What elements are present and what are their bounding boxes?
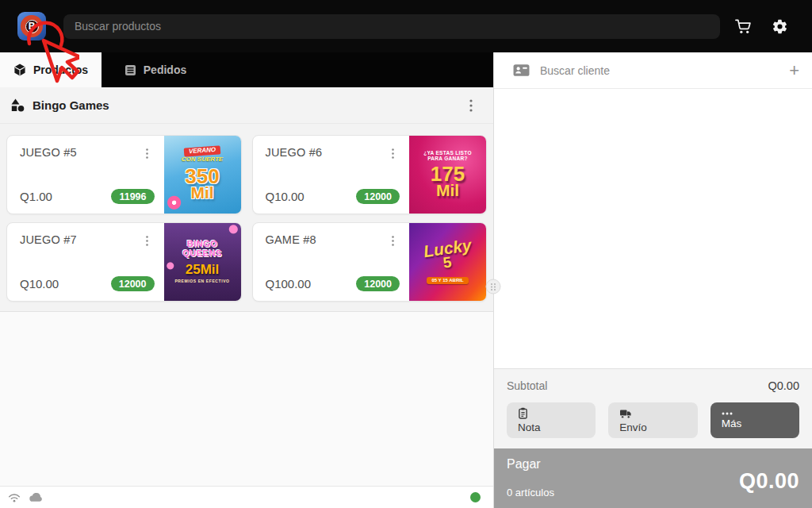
cart-actions: Nota Envío xyxy=(507,402,799,438)
product-card-body: JUEGO #7 Q10.00 12000 xyxy=(7,223,164,301)
products-panel: Productos Pedidos Bingo Games xyxy=(0,52,493,508)
subtotal-label: Subtotal xyxy=(507,379,547,392)
image-text: PREMIOS EN EFECTIVO xyxy=(174,279,229,283)
image-text: QUEENS xyxy=(182,249,221,259)
product-card[interactable]: JUEGO #6 Q10.00 12000 ¿YA ESTA xyxy=(252,135,488,214)
cart-button[interactable] xyxy=(730,13,756,40)
product-image: ¿YA ESTAS LISTO PARA GANAR? 175 Mil xyxy=(409,136,486,214)
kebab-menu-icon xyxy=(392,236,394,246)
tab-productos-label: Productos xyxy=(33,64,88,76)
product-price: Q100.00 xyxy=(266,277,312,291)
tab-pedidos[interactable]: Pedidos xyxy=(102,52,209,87)
shapes-icon xyxy=(11,98,25,112)
product-price: Q10.00 xyxy=(20,277,59,291)
product-search-bar[interactable] xyxy=(63,14,720,39)
grip-dots-icon xyxy=(491,283,496,291)
more-label: Más xyxy=(722,418,742,429)
customer-search-label: Buscar cliente xyxy=(540,64,610,77)
product-search-input[interactable] xyxy=(75,20,709,33)
cart-empty-area xyxy=(494,89,812,368)
product-grid: JUEGO #5 Q1.00 11996 VERANO xyxy=(6,135,487,302)
cart-icon xyxy=(735,18,752,34)
tab-bar: Productos Pedidos xyxy=(0,52,493,87)
truck-icon xyxy=(619,408,632,419)
customer-search-row[interactable]: Buscar cliente + xyxy=(494,52,812,89)
product-name: GAME #8 xyxy=(266,233,316,246)
tab-productos[interactable]: Productos xyxy=(0,52,102,87)
wifi-icon xyxy=(8,492,21,502)
pay-button[interactable]: Pagar 0 artículos Q0.00 xyxy=(494,448,812,508)
product-grid-wrap: JUEGO #5 Q1.00 11996 VERANO xyxy=(0,124,493,312)
top-bar: B xyxy=(0,0,812,52)
kebab-menu-icon xyxy=(146,148,148,159)
stock-badge: 12000 xyxy=(111,276,155,291)
items-count: 0 artículos xyxy=(507,487,554,498)
image-text: ¿YA ESTAS LISTO xyxy=(423,150,471,156)
product-card[interactable]: JUEGO #7 Q10.00 12000 BINGO xyxy=(6,222,242,302)
product-menu-button[interactable] xyxy=(385,233,400,248)
kebab-menu-icon xyxy=(392,148,394,159)
product-card-body: GAME #8 Q100.00 12000 xyxy=(253,223,410,301)
pay-amount: Q0.00 xyxy=(739,469,799,494)
product-price: Q1.00 xyxy=(20,190,52,203)
image-text: 05 Y 15 ABRIL xyxy=(427,277,468,284)
add-customer-button[interactable]: + xyxy=(789,62,799,79)
note-clipboard-icon xyxy=(518,407,528,419)
product-name: JUEGO #7 xyxy=(20,233,77,246)
product-image: Lucky 5 05 Y 15 ABRIL xyxy=(409,223,486,301)
pos-app: B Pr xyxy=(0,0,812,508)
product-card-body: JUEGO #5 Q1.00 11996 xyxy=(7,136,164,214)
cart-panel: Buscar cliente + Subtotal Q0.00 xyxy=(493,52,812,508)
logo-letter: B xyxy=(25,20,39,33)
product-image: VERANO CON SUERTE 350 Mil xyxy=(164,136,241,214)
collection-menu-button[interactable] xyxy=(462,96,481,115)
collection-title: Bingo Games xyxy=(33,98,109,112)
product-menu-button[interactable] xyxy=(140,233,155,248)
product-card[interactable]: GAME #8 Q100.00 12000 Lucky xyxy=(252,222,488,302)
ellipsis-icon xyxy=(722,412,733,415)
note-button[interactable]: Nota xyxy=(507,402,596,438)
gear-icon xyxy=(772,18,788,35)
main-split: Productos Pedidos Bingo Games xyxy=(0,52,812,508)
product-name: JUEGO #5 xyxy=(20,146,77,159)
stock-badge: 12000 xyxy=(356,189,400,204)
panel-resize-handle[interactable] xyxy=(486,279,501,294)
connection-status-dot xyxy=(470,492,481,502)
settings-button[interactable] xyxy=(766,13,793,40)
shipping-label: Envío xyxy=(619,421,647,433)
product-menu-button[interactable] xyxy=(140,146,155,160)
image-text: Mil xyxy=(436,182,459,200)
image-text: CON SUERTE xyxy=(182,156,223,164)
customer-card-icon xyxy=(513,64,530,77)
image-text: 25Mil xyxy=(186,263,220,277)
shipping-button[interactable]: Envío xyxy=(608,402,697,438)
subtotal-value: Q0.00 xyxy=(768,379,800,392)
status-footer xyxy=(0,486,493,508)
tab-pedidos-label: Pedidos xyxy=(144,64,186,76)
app-logo[interactable]: B xyxy=(17,12,46,40)
image-text: PARA GANAR? xyxy=(427,156,468,161)
note-label: Nota xyxy=(518,421,541,433)
stock-badge: 12000 xyxy=(356,276,400,291)
products-empty-area xyxy=(0,312,493,486)
product-menu-button[interactable] xyxy=(385,146,400,160)
cloud-icon xyxy=(29,493,43,502)
cart-summary: Subtotal Q0.00 Nota xyxy=(494,368,812,448)
product-name: JUEGO #6 xyxy=(266,146,323,159)
kebab-menu-icon xyxy=(469,99,473,112)
stock-badge: 11996 xyxy=(111,189,154,204)
image-text: Mil xyxy=(190,184,213,202)
pay-label: Pagar xyxy=(507,457,554,471)
product-price: Q10.00 xyxy=(266,190,304,203)
image-text: 5 xyxy=(442,255,453,272)
more-button[interactable]: Más xyxy=(710,402,799,438)
collection-header: Bingo Games xyxy=(0,87,493,124)
logo-ring: B xyxy=(21,15,43,37)
orders-list-icon xyxy=(124,64,136,76)
product-card[interactable]: JUEGO #5 Q1.00 11996 VERANO xyxy=(6,135,242,214)
product-card-body: JUEGO #6 Q10.00 12000 xyxy=(253,136,410,214)
kebab-menu-icon xyxy=(146,236,148,246)
cube-icon xyxy=(13,64,26,76)
product-image: BINGO QUEENS 25Mil PREMIOS EN EFECTIVO xyxy=(164,223,241,301)
